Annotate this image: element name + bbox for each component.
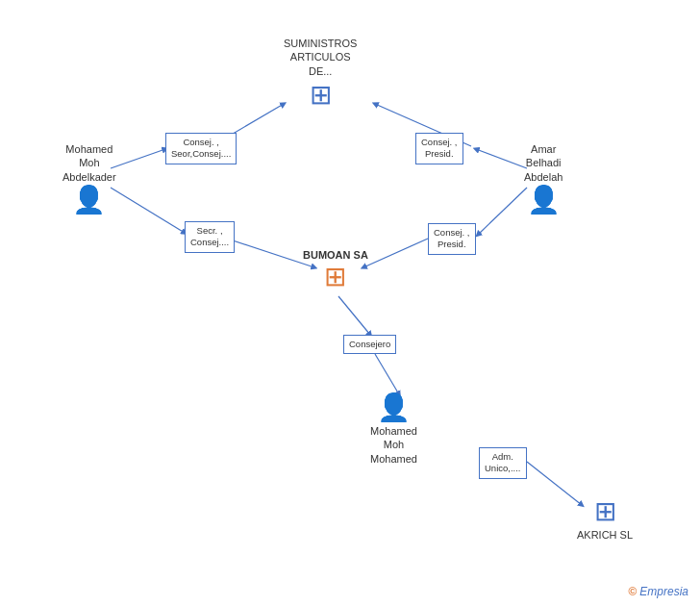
svg-line-4 bbox=[338, 296, 370, 335]
badge-b4[interactable]: Consej. , Presid. bbox=[428, 223, 476, 255]
badge-b3[interactable]: Secr. , Consej.... bbox=[185, 221, 235, 253]
company-top[interactable]: SUMINISTROS ARTICULOS DE... ⊞ bbox=[284, 34, 357, 109]
badge-b6[interactable]: Adm. Unico,.... bbox=[479, 447, 527, 479]
badge-b2[interactable]: Consej. , Presid. bbox=[415, 133, 463, 164]
person-right-icon: 👤 bbox=[527, 187, 561, 214]
diagram: SUMINISTROS ARTICULOS DE... ⊞ BUMOAN SA … bbox=[0, 0, 700, 606]
company-bottom-icon: ⊞ bbox=[594, 498, 616, 525]
svg-line-7 bbox=[111, 149, 165, 168]
company-center[interactable]: BUMOAN SA ⊞ bbox=[303, 245, 368, 290]
person-bottom[interactable]: 👤 Mohamed Moh Mohamed bbox=[370, 394, 417, 466]
person-right-name: Amar Belhadi Abdelah bbox=[524, 142, 562, 184]
person-left-icon: 👤 bbox=[72, 187, 106, 214]
svg-line-2 bbox=[227, 239, 314, 267]
person-bottom-icon: 👤 bbox=[377, 394, 411, 421]
company-top-label: SUMINISTROS ARTICULOS DE... bbox=[284, 37, 357, 78]
company-top-icon: ⊞ bbox=[310, 82, 332, 109]
svg-line-6 bbox=[527, 462, 582, 505]
person-left-name: Mohamed Moh Abdelkader bbox=[62, 142, 116, 184]
watermark: © Empresia bbox=[628, 585, 688, 598]
svg-line-10 bbox=[478, 188, 527, 235]
company-bottom-label: AKRICH SL bbox=[577, 528, 633, 542]
person-right[interactable]: Amar Belhadi Abdelah 👤 bbox=[524, 139, 562, 214]
svg-line-8 bbox=[476, 149, 527, 168]
svg-line-5 bbox=[375, 354, 399, 394]
company-center-label: BUMOAN SA bbox=[303, 248, 368, 262]
person-bottom-name: Mohamed Moh Mohamed bbox=[370, 424, 417, 466]
svg-line-3 bbox=[363, 239, 428, 267]
person-left[interactable]: Mohamed Moh Abdelkader 👤 bbox=[62, 139, 116, 214]
badge-b5[interactable]: Consejero bbox=[343, 335, 396, 354]
company-bottom[interactable]: ⊞ AKRICH SL bbox=[577, 498, 633, 542]
company-center-icon: ⊞ bbox=[324, 264, 346, 290]
badge-b1[interactable]: Consej. , Seor,Consej.... bbox=[165, 133, 237, 164]
svg-line-9 bbox=[111, 188, 185, 233]
